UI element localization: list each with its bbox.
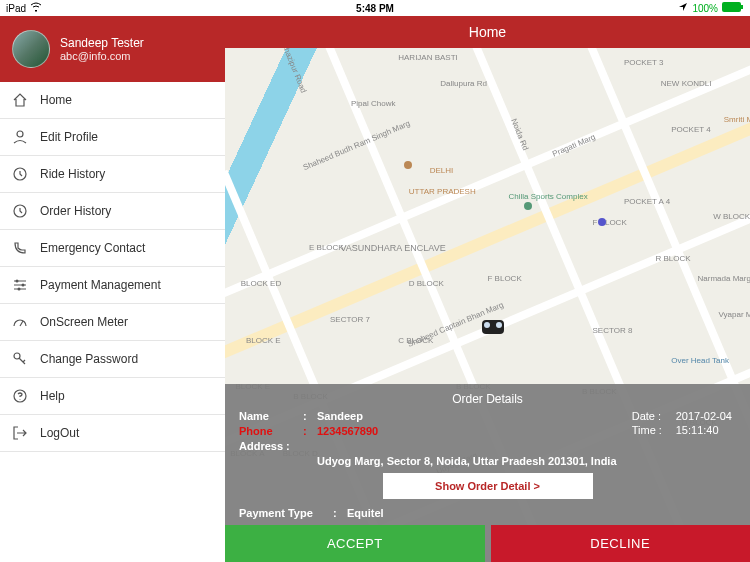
user-icon — [12, 129, 28, 145]
map-label: BLOCK E — [246, 336, 281, 345]
order-panel: Order Details Date : 2017-02-04 Time : 1… — [225, 384, 750, 562]
map-label: HARIJAN BASTI — [398, 53, 458, 62]
sidebar-item-label: OnScreen Meter — [40, 315, 128, 329]
map[interactable]: HARIJAN BASTI Pipal Chowk Dallupura Rd S… — [225, 48, 750, 562]
sidebar-item-home[interactable]: Home — [0, 82, 225, 119]
map-label: SECTOR 8 — [593, 326, 633, 335]
location-icon — [678, 2, 688, 14]
svg-point-7 — [18, 288, 21, 291]
svg-point-2 — [17, 131, 23, 137]
sidebar-item-order-history[interactable]: Order History — [0, 193, 225, 230]
page-title: Home — [469, 24, 506, 40]
sidebar-item-onscreen-meter[interactable]: OnScreen Meter — [0, 304, 225, 341]
content: Home HARIJAN BASTI Pipal Chowk Dallupura… — [225, 16, 750, 562]
map-label: DELHI — [430, 166, 454, 175]
map-label: C BLOCK — [398, 336, 433, 345]
map-label: Over Head Tank — [671, 356, 729, 365]
map-label: VASUNDHARA ENCLAVE — [341, 243, 446, 253]
sidebar-header: Sandeep Tester abc@info.com — [0, 16, 225, 82]
sidebar-item-label: Home — [40, 93, 72, 107]
map-label: BLOCK ED — [241, 279, 281, 288]
name-label: Name — [239, 410, 303, 422]
clock-icon — [12, 166, 28, 182]
accept-button[interactable]: ACCEPT — [225, 525, 485, 562]
sliders-icon — [12, 277, 28, 293]
map-label: W BLOCK — [713, 212, 750, 221]
map-label: R BLOCK — [656, 254, 691, 263]
help-icon — [12, 388, 28, 404]
sidebar-item-label: Ride History — [40, 167, 105, 181]
time-label: Time : — [632, 424, 676, 436]
map-label: UTTAR PRADESH — [409, 187, 476, 196]
map-poi — [598, 218, 606, 226]
map-label: D BLOCK — [409, 279, 444, 288]
sidebar-item-label: Help — [40, 389, 65, 403]
map-label: NEW KONDLI — [661, 79, 712, 88]
phone-label: Phone — [239, 425, 303, 437]
map-label: Smriti Ma — [724, 115, 750, 124]
home-icon — [12, 92, 28, 108]
map-label: Vyapar Marg — [719, 310, 751, 319]
show-order-detail-button[interactable]: Show Order Detail > — [383, 473, 593, 499]
sidebar-item-emergency[interactable]: Emergency Contact — [0, 230, 225, 267]
battery-icon — [722, 2, 744, 14]
key-icon — [12, 351, 28, 367]
sidebar-item-logout[interactable]: LogOut — [0, 415, 225, 452]
map-label: E BLOCK — [309, 243, 344, 252]
map-label: Dallupura Rd — [440, 79, 487, 88]
map-label: POCKET 3 — [624, 58, 663, 67]
user-name: Sandeep Tester — [60, 36, 144, 50]
car-marker-icon — [482, 320, 504, 334]
clock-icon — [12, 203, 28, 219]
sidebar: Sandeep Tester abc@info.com Home Edit Pr… — [0, 16, 225, 562]
sidebar-item-label: Order History — [40, 204, 111, 218]
sidebar-item-label: Edit Profile — [40, 130, 98, 144]
device-label: iPad — [6, 3, 26, 14]
map-poi — [404, 161, 412, 169]
decline-button[interactable]: DECLINE — [491, 525, 751, 562]
map-label: POCKET 4 — [671, 125, 710, 134]
payment-type-value: Equitel — [347, 507, 736, 519]
phone-icon — [12, 240, 28, 256]
map-label: F BLOCK — [488, 274, 522, 283]
svg-rect-1 — [741, 5, 743, 9]
map-label: Chilla Sports Complex — [509, 192, 588, 201]
sidebar-item-help[interactable]: Help — [0, 378, 225, 415]
sidebar-item-ride-history[interactable]: Ride History — [0, 156, 225, 193]
user-email: abc@info.com — [60, 50, 144, 62]
sidebar-item-label: Payment Management — [40, 278, 161, 292]
map-label: Pipal Chowk — [351, 99, 395, 108]
address-label: Address : — [239, 440, 303, 452]
svg-point-6 — [22, 284, 25, 287]
status-time: 5:48 PM — [356, 3, 394, 14]
menu: Home Edit Profile Ride History Order His… — [0, 82, 225, 562]
gauge-icon — [12, 314, 28, 330]
map-label: SECTOR 7 — [330, 315, 370, 324]
date-value: 2017-02-04 — [676, 410, 732, 422]
sidebar-item-edit-profile[interactable]: Edit Profile — [0, 119, 225, 156]
battery-percent: 100% — [692, 3, 718, 14]
sidebar-item-payment[interactable]: Payment Management — [0, 267, 225, 304]
content-header: Home — [225, 16, 750, 48]
time-value: 15:11:40 — [676, 424, 719, 436]
svg-rect-0 — [722, 2, 741, 12]
payment-type-label: Payment Type — [239, 507, 333, 519]
address-value: Udyog Marg, Sector 8, Noida, Uttar Prade… — [317, 455, 736, 467]
sidebar-item-label: LogOut — [40, 426, 79, 440]
svg-point-5 — [16, 280, 19, 283]
date-label: Date : — [632, 410, 676, 422]
avatar[interactable] — [12, 30, 50, 68]
sidebar-item-change-password[interactable]: Change Password — [0, 341, 225, 378]
order-title: Order Details — [239, 392, 736, 406]
map-label: Narmada Marg — [698, 274, 751, 283]
wifi-icon — [30, 2, 42, 14]
sidebar-item-label: Emergency Contact — [40, 241, 145, 255]
status-bar: iPad 5:48 PM 100% — [0, 0, 750, 16]
sidebar-item-label: Change Password — [40, 352, 138, 366]
logout-icon — [12, 425, 28, 441]
map-label: POCKET A 4 — [624, 197, 670, 206]
